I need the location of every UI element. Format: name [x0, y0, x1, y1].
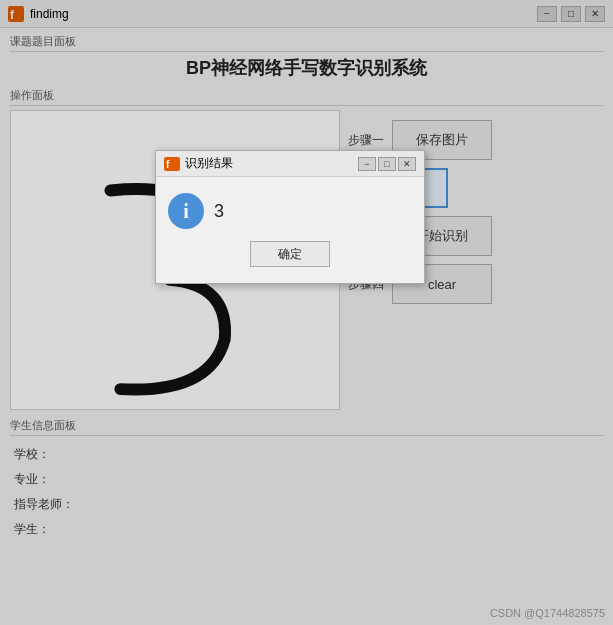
modal-controls: − □ ✕ — [358, 157, 416, 171]
modal-icon: f — [164, 157, 180, 171]
modal-content: i 3 确定 — [156, 177, 424, 283]
recognition-result-value: 3 — [214, 201, 224, 222]
modal-maximize-button[interactable]: □ — [378, 157, 396, 171]
modal-overlay — [0, 0, 613, 625]
recognition-result-dialog: f 识别结果 − □ ✕ i 3 确定 — [155, 150, 425, 284]
modal-title-bar: f 识别结果 − □ ✕ — [156, 151, 424, 177]
info-icon: i — [168, 193, 204, 229]
modal-minimize-button[interactable]: − — [358, 157, 376, 171]
modal-title: 识别结果 — [185, 155, 233, 172]
modal-title-left: f 识别结果 — [164, 155, 233, 172]
modal-ok-button[interactable]: 确定 — [250, 241, 330, 267]
modal-message-row: i 3 — [168, 193, 412, 229]
modal-close-button[interactable]: ✕ — [398, 157, 416, 171]
